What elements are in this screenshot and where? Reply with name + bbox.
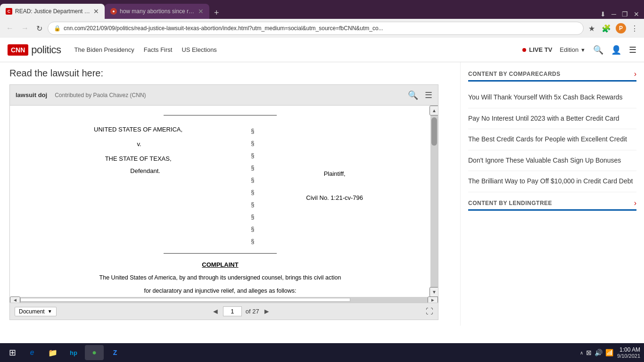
ie-icon: e	[30, 348, 34, 357]
taskbar-wifi-icon: 📶	[605, 349, 613, 356]
taskbar-network-icon: ⊠	[586, 349, 592, 356]
new-tab-button[interactable]: +	[209, 8, 224, 18]
sidebar-item-1-text: You Will Thank Yourself With 5x Cash Bac…	[468, 93, 623, 101]
tab-bar: C READ: Justice Department lawsu... ✕ ● …	[0, 0, 644, 19]
sidebar-item-1[interactable]: You Will Thank Yourself With 5x Cash Bac…	[468, 87, 636, 108]
scroll-thumb[interactable]	[431, 117, 437, 146]
tab-2[interactable]: ● how many abortions since roe v... ✕	[105, 4, 209, 19]
doc-menu-button[interactable]: ☰	[425, 90, 432, 100]
live-dot	[522, 48, 526, 52]
cnn-logo-box: CNN	[8, 44, 28, 56]
profile-avatar[interactable]: P	[616, 23, 626, 33]
more-options-button[interactable]: ⋮	[629, 23, 640, 34]
main-content: Read the lawsuit here: lawsuit doj Contr…	[0, 62, 460, 326]
page-content: Read the lawsuit here: lawsuit doj Contr…	[0, 62, 644, 326]
sidebar-comparecards-title: CONTENT BY COMPARECARDS	[468, 71, 561, 77]
sidebar-item-5-text: The Brilliant Way to Pay Off $10,000 in …	[468, 177, 633, 185]
defendant-name: THE STATE OF TEXAS,	[41, 154, 235, 164]
sidebar-lendingtree-arrow-icon[interactable]: ›	[634, 199, 636, 207]
account-button[interactable]: 👤	[611, 45, 621, 55]
windows-logo-icon: ⊞	[9, 347, 16, 358]
windows-start-button[interactable]: ⊞	[4, 345, 21, 360]
minimize-button[interactable]: ─	[610, 9, 618, 19]
doc-hscrollbar: ◄ ►	[10, 297, 438, 303]
sidebar-blue-bar-2	[468, 209, 636, 211]
prev-page-button[interactable]: ◄	[212, 307, 219, 316]
taskbar-volume-icon: 🔊	[594, 349, 603, 356]
taskbar-ie-app[interactable]: e	[23, 345, 41, 360]
bookmark-button[interactable]: ★	[586, 23, 597, 34]
taskbar-chrome-app[interactable]: ●	[85, 345, 104, 360]
taskbar-hp-app[interactable]: hp	[64, 345, 83, 360]
taskbar-zoom-app[interactable]: Z	[106, 345, 124, 360]
forward-button[interactable]: →	[19, 22, 31, 34]
nav-item-elections[interactable]: US Elections	[182, 46, 216, 53]
doc-footer: Document ▼ ◄ of 27 ► ⛶	[10, 303, 438, 320]
live-tv-button[interactable]: LIVE TV	[522, 46, 552, 53]
doc-scrollbar[interactable]: ▲ ▼	[430, 106, 438, 297]
doc-v: v.	[41, 140, 235, 149]
maximize-button[interactable]: ❐	[620, 9, 630, 19]
case-number: Civil No. 1:21-cv-796	[270, 193, 399, 203]
document-viewer: lawsuit doj Contributed by Paola Chavez …	[9, 84, 438, 320]
doc-contributed: Contributed by Paola Chavez (CNN)	[55, 92, 146, 99]
extensions-button[interactable]: 🧩	[600, 23, 613, 34]
doc-nav: ◄ of 27 ►	[212, 306, 271, 316]
tab-2-title: how many abortions since roe v...	[120, 8, 195, 15]
sidebar-comparecards-arrow-icon[interactable]: ›	[634, 70, 636, 78]
doc-page-of-label: of 27	[246, 308, 259, 315]
tab-1[interactable]: C READ: Justice Department lawsu... ✕	[0, 4, 105, 19]
doc-para-1: The United States of America, by and thr…	[38, 273, 402, 282]
doc-type-selector[interactable]: Document ▼	[15, 307, 57, 316]
browser-chrome: C READ: Justice Department lawsu... ✕ ● …	[0, 0, 644, 38]
sidebar-item-5[interactable]: The Brilliant Way to Pay Off $10,000 in …	[468, 171, 636, 192]
chrome-icon: ●	[92, 348, 97, 357]
taskbar-date-display: 9/10/2021	[617, 353, 640, 359]
nav-item-facts[interactable]: Facts First	[144, 46, 173, 53]
doc-type-label: Document	[19, 308, 45, 315]
cnn-section-label: politics	[31, 44, 61, 56]
taskbar-file-explorer-app[interactable]: 📁	[43, 345, 62, 360]
edition-chevron-icon: ▼	[580, 47, 586, 53]
scroll-up-button[interactable]: ▲	[429, 106, 438, 115]
hscroll-thumb[interactable]	[20, 298, 350, 302]
address-bar[interactable]: 🔒 cnn.com/2021/09/09/politics/read-justi…	[48, 22, 584, 35]
reload-button[interactable]: ↻	[34, 22, 45, 35]
tab-1-title: READ: Justice Department lawsu...	[15, 8, 91, 15]
edition-button[interactable]: Edition ▼	[560, 46, 586, 53]
nav-item-biden[interactable]: The Biden Presidency	[74, 46, 134, 53]
sidebar-comparecards-header: CONTENT BY COMPARECARDS ›	[468, 70, 636, 78]
cnn-logo[interactable]: CNN politics	[8, 44, 61, 56]
sidebar-item-4[interactable]: Don't Ignore These Valuable Cash Sign Up…	[468, 150, 636, 172]
scroll-down-button[interactable]: ▼	[429, 287, 438, 297]
search-button[interactable]: 🔍	[593, 45, 603, 55]
page-number-input[interactable]	[223, 306, 242, 316]
page-heading: Read the lawsuit here:	[9, 68, 451, 79]
taskbar-clock: 1:00 AM 9/10/2021	[617, 346, 640, 359]
back-button[interactable]: ←	[4, 22, 16, 34]
taskbar: ⊞ e 📁 hp ● Z ∧ ⊠ 🔊 📶 1:00 AM 9/10/2021	[0, 343, 644, 362]
taskbar-chevron-icon[interactable]: ∧	[580, 350, 583, 355]
lock-icon: 🔒	[54, 25, 61, 32]
plaintiff-name: UNITED STATES OF AMERICA,	[41, 125, 235, 135]
section-symbols: §§§§§§§§§§	[238, 124, 267, 248]
doc-toolbar: lawsuit doj Contributed by Paola Chavez …	[10, 85, 438, 106]
close-window-button[interactable]: ✕	[632, 9, 641, 19]
next-page-button[interactable]: ►	[263, 307, 271, 316]
fullscreen-button[interactable]: ⛶	[426, 307, 433, 316]
sidebar-item-2[interactable]: Pay No Interest Until 2023 with a Better…	[468, 108, 636, 130]
file-explorer-icon: 📁	[48, 348, 58, 357]
menu-icon: ☰	[629, 45, 636, 55]
tab-2-close[interactable]: ✕	[198, 8, 204, 15]
doc-search-button[interactable]: 🔍	[408, 90, 418, 100]
defendant-role: Defendant.	[41, 166, 235, 176]
sidebar-item-3[interactable]: The Best Credit Cards for People with Ex…	[468, 129, 636, 150]
tab-1-close[interactable]: ✕	[93, 8, 99, 15]
doc-title: lawsuit doj	[16, 91, 47, 99]
cast-button[interactable]: ⬇	[598, 9, 608, 19]
url-text: cnn.com/2021/09/09/politics/read-justice…	[64, 25, 578, 32]
sidebar: CONTENT BY COMPARECARDS › You Will Thank…	[460, 62, 644, 326]
menu-button[interactable]: ☰	[629, 45, 636, 55]
zoom-icon: Z	[113, 349, 117, 356]
tab-1-favicon: C	[6, 8, 12, 15]
